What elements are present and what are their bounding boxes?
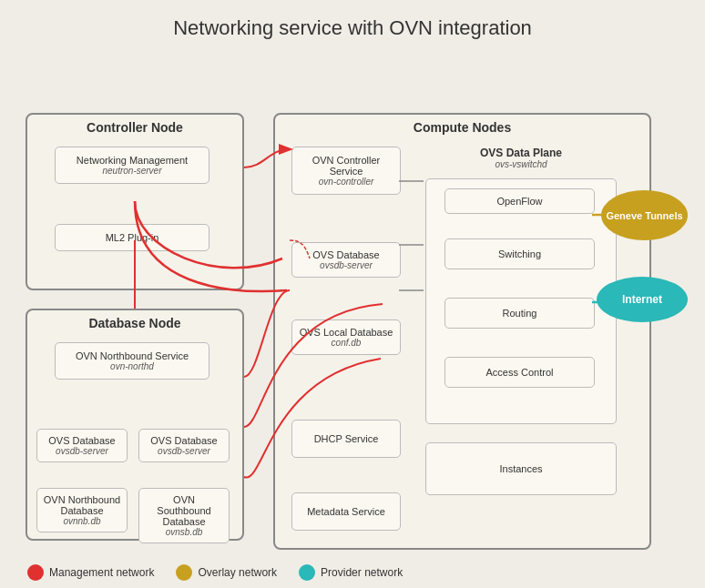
ovn-controller-service-box: OVN Controller Service ovn-controller [291,147,401,195]
ml2-plugin-label: ML2 Plug-in [63,232,201,243]
ovs-db-right-sublabel: ovsdb-server [145,446,223,456]
openflow-label: OpenFlow [452,196,588,207]
legend-provider-label: Provider network [321,566,403,579]
metadata-service-label: Metadata Service [299,506,393,517]
database-node-title: Database Node [27,310,242,332]
routing-label: Routing [455,308,585,319]
ovs-data-plane-box: OpenFlow Switching Routing Access Contro… [425,178,617,424]
ovn-northbound-db-label: OVN Northbound Database [43,494,121,516]
legend-management-icon [27,564,44,581]
ovn-southbound-db-sublabel: ovnsb.db [145,527,223,537]
switching-box: Switching [444,238,595,269]
geneve-tunnels-label: Geneve Tunnels [606,210,682,221]
controller-node: Controller Node Networking Management ne… [26,113,244,290]
ovn-southbound-db-box: OVN Southbound Database ovnsb.db [138,488,230,543]
ovn-northbound-service-label: OVN Northbound Service [63,350,201,361]
legend-management: Management network [27,564,154,581]
geneve-tunnels: Geneve Tunnels [601,190,688,240]
ovs-local-db-sublabel: conf.db [299,338,393,348]
ml2-plugin-box: ML2 Plug-in [55,224,209,251]
legend-overlay-icon [176,564,192,581]
ovn-controller-service-label: OVN Controller Service [300,155,393,177]
ovn-southbound-db-label: OVN Southbound Database [145,494,223,527]
ovs-local-db-box: OVS Local Database conf.db [291,319,401,355]
openflow-box: OpenFlow [444,188,595,214]
access-control-box: Access Control [444,357,595,388]
ovn-northbound-service-box: OVN Northbound Service ovn-northd [55,342,209,380]
legend-management-label: Management network [49,566,154,579]
ovs-data-plane-sublabel: ovs-vswitchd [425,159,617,169]
ovn-controller-service-sublabel: ovn-controller [300,177,393,187]
legend-provider-icon [299,564,315,581]
instances-box: Instances [425,442,617,495]
ovs-data-plane-label: OVS Data Plane [425,147,617,159]
ovn-northbound-db-box: OVN Northbound Database ovnnb.db [36,488,128,532]
ovs-local-db-label: OVS Local Database [299,327,393,338]
compute-node: Compute Nodes OVN Controller Service ovn… [273,113,651,550]
routing-box: Routing [444,298,595,329]
legend-overlay-label: Overlay network [198,566,277,579]
internet: Internet [597,277,688,322]
networking-mgmt-sublabel: neutron-server [63,166,201,176]
dhcp-service-label: DHCP Service [299,433,393,444]
ovs-data-plane-header: OVS Data Plane ovs-vswitchd [425,147,617,169]
instances-label: Instances [435,463,607,474]
ovs-db-left-label: OVS Database [43,435,121,446]
switching-label: Switching [455,248,585,259]
legend-provider: Provider network [299,564,403,581]
ovs-db-right-label: OVS Database [145,435,223,446]
ovs-database-label: OVS Database [299,249,393,260]
dhcp-service-box: DHCP Service [291,420,401,458]
ovn-northbound-service-sublabel: ovn-northd [63,361,201,371]
ovs-database-sublabel: ovsdb-server [299,260,393,270]
ovn-northbound-db-sublabel: ovnnb.db [43,516,121,526]
main-title: Networking service with OVN integration [0,0,705,49]
legend: Management network Overlay network Provi… [27,564,403,581]
access-control-label: Access Control [455,367,585,378]
ovs-database-box: OVS Database ovsdb-server [291,242,401,278]
internet-label: Internet [622,293,662,306]
compute-node-title: Compute Nodes [275,115,649,137]
database-node: Database Node OVN Northbound Service ovn… [26,309,244,541]
networking-mgmt-box: Networking Management neutron-server [55,147,209,184]
legend-overlay: Overlay network [176,564,277,581]
metadata-service-box: Metadata Service [291,492,401,531]
controller-node-title: Controller Node [27,115,242,137]
ovs-db-left-sublabel: ovsdb-server [43,446,121,456]
networking-mgmt-label: Networking Management [63,155,201,166]
ovs-db-left-box: OVS Database ovsdb-server [36,429,128,462]
ovs-db-right-box: OVS Database ovsdb-server [138,429,230,462]
